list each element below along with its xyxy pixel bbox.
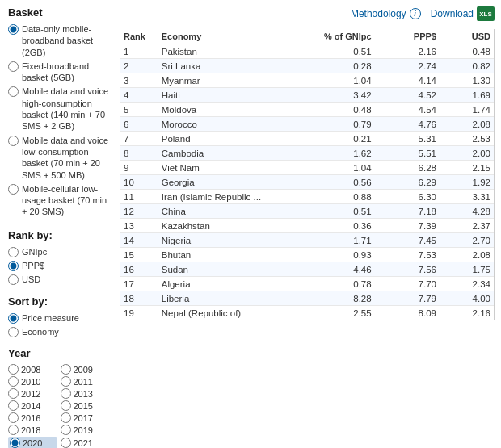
cell-usd: 1.69 (440, 88, 494, 103)
cell-rank: 10 (120, 175, 158, 190)
table-row: 7Poland0.215.312.53 (120, 132, 494, 146)
year-option-2017[interactable]: 2017 (61, 412, 110, 423)
cell-gnipc: 0.93 (299, 248, 375, 262)
cell-economy: Myanmar (158, 73, 299, 88)
cell-gnipc: 0.48 (299, 103, 375, 117)
cell-gnipc: 0.56 (299, 175, 375, 190)
table-row: 5Moldova0.484.541.74 (120, 103, 494, 117)
cell-economy: Algeria (158, 277, 299, 291)
cell-ppps: 6.29 (375, 175, 440, 190)
cell-rank: 7 (120, 132, 158, 146)
year-option-2019[interactable]: 2019 (61, 425, 110, 435)
cell-ppps: 4.54 (375, 103, 440, 117)
table-row: 14Nigeria1.717.452.70 (120, 233, 494, 248)
rank-section: Rank by: GNIpcPPP$USD (8, 229, 109, 286)
cell-ppps: 7.39 (375, 219, 440, 233)
cell-ppps: 7.79 (375, 291, 440, 306)
cell-usd: 4.00 (440, 291, 494, 306)
year-option-2011[interactable]: 2011 (61, 376, 110, 387)
table-row: 2Sri Lanka0.282.740.82 (120, 59, 494, 73)
cell-rank: 13 (120, 219, 158, 233)
cell-usd: 2.16 (440, 306, 494, 320)
cell-gnipc: 0.79 (299, 117, 375, 132)
cell-rank: 8 (120, 146, 158, 161)
methodology-label: Methodology (351, 8, 406, 19)
cell-rank: 3 (120, 73, 158, 88)
cell-usd: 1.74 (440, 103, 494, 117)
cell-usd: 1.92 (440, 175, 494, 190)
basket-section: Basket Data-only mobile-broadband basket… (8, 6, 109, 218)
cell-economy: Nepal (Republic of) (158, 306, 299, 320)
cell-economy: Viet Nam (158, 161, 299, 175)
cell-rank: 5 (120, 103, 158, 117)
year-option-2010[interactable]: 2010 (8, 376, 57, 387)
year-option-2020[interactable]: 2020 (8, 437, 57, 448)
cell-rank: 19 (120, 306, 158, 320)
rank-option-usd[interactable]: USD (8, 274, 109, 285)
basket-option-basket5[interactable]: Mobile-cellular low-usage basket (70 min… (8, 183, 109, 218)
year-option-2016[interactable]: 2016 (8, 412, 57, 423)
year-option-2009[interactable]: 2009 (61, 364, 110, 375)
cell-gnipc: 0.88 (299, 190, 375, 204)
cell-rank: 9 (120, 161, 158, 175)
cell-gnipc: 0.51 (299, 204, 375, 219)
cell-usd: 4.28 (440, 204, 494, 219)
download-label: Download (431, 8, 474, 19)
rank-option-ppps[interactable]: PPP$ (8, 260, 109, 271)
basket-option-basket1[interactable]: Data-only mobile-broadband basket (2GB) (8, 23, 109, 58)
table-row: 9Viet Nam1.046.282.15 (120, 161, 494, 175)
table-row: 16Sudan4.467.561.75 (120, 262, 494, 277)
year-option-2014[interactable]: 2014 (8, 400, 57, 411)
table-row: 17Algeria0.787.702.34 (120, 277, 494, 291)
cell-economy: Cambodia (158, 146, 299, 161)
basket-option-basket2[interactable]: Fixed-broadband basket (5GB) (8, 61, 109, 84)
basket-option-basket4[interactable]: Mobile data and voice low-consumption ba… (8, 135, 109, 181)
cell-economy: Kazakhstan (158, 219, 299, 233)
sort-radio-group: Price measureEconomy (8, 312, 109, 338)
year-option-2015[interactable]: 2015 (61, 400, 110, 411)
table-header-row: Rank Economy % of GNIpc PPP$ USD (120, 29, 494, 44)
year-option-2018[interactable]: 2018 (8, 425, 57, 435)
cell-rank: 1 (120, 44, 158, 59)
cell-ppps: 7.56 (375, 262, 440, 277)
cell-gnipc: 2.55 (299, 306, 375, 320)
sort-option-price[interactable]: Price measure (8, 312, 109, 324)
basket-radio-group: Data-only mobile-broadband basket (2GB)F… (8, 23, 109, 218)
table-row: 11Iran (Islamic Republic ...0.886.303.31 (120, 190, 494, 204)
basket-option-basket3[interactable]: Mobile data and voice high-consumption b… (8, 86, 109, 132)
table-row: 6Morocco0.794.762.08 (120, 117, 494, 132)
cell-economy: Poland (158, 132, 299, 146)
table-row: 10Georgia0.566.291.92 (120, 175, 494, 190)
cell-ppps: 4.76 (375, 117, 440, 132)
cell-ppps: 4.52 (375, 88, 440, 103)
download-link[interactable]: Download XLS (431, 6, 495, 21)
year-option-2012[interactable]: 2012 (8, 388, 57, 399)
main-content: Methodology i Download XLS Rank Economy … (117, 0, 501, 448)
cell-usd: 2.37 (440, 219, 494, 233)
cell-economy: Sri Lanka (158, 59, 299, 73)
table-row: 12China0.517.184.28 (120, 204, 494, 219)
rank-title: Rank by: (8, 229, 109, 241)
year-option-2008[interactable]: 2008 (8, 364, 57, 375)
cell-rank: 6 (120, 117, 158, 132)
year-option-2021[interactable]: 2021 (61, 437, 110, 448)
cell-usd: 2.00 (440, 146, 494, 161)
cell-gnipc: 0.36 (299, 219, 375, 233)
xls-icon: XLS (477, 6, 495, 21)
cell-gnipc: 0.78 (299, 277, 375, 291)
cell-ppps: 7.53 (375, 248, 440, 262)
cell-ppps: 2.16 (375, 44, 440, 59)
cell-usd: 2.08 (440, 117, 494, 132)
cell-rank: 14 (120, 233, 158, 248)
cell-ppps: 7.70 (375, 277, 440, 291)
sort-title: Sort by: (8, 295, 109, 308)
table-wrapper: Rank Economy % of GNIpc PPP$ USD 1Pakist… (120, 29, 495, 320)
cell-gnipc: 0.51 (299, 44, 375, 59)
cell-usd: 0.48 (440, 44, 494, 59)
year-option-2013[interactable]: 2013 (61, 388, 110, 399)
methodology-link[interactable]: Methodology i (351, 8, 421, 19)
sort-option-economy[interactable]: Economy (8, 326, 109, 337)
table-row: 19Nepal (Republic of)2.558.092.16 (120, 306, 494, 320)
cell-usd: 2.08 (440, 248, 494, 262)
rank-option-gnipc[interactable]: GNIpc (8, 246, 109, 257)
